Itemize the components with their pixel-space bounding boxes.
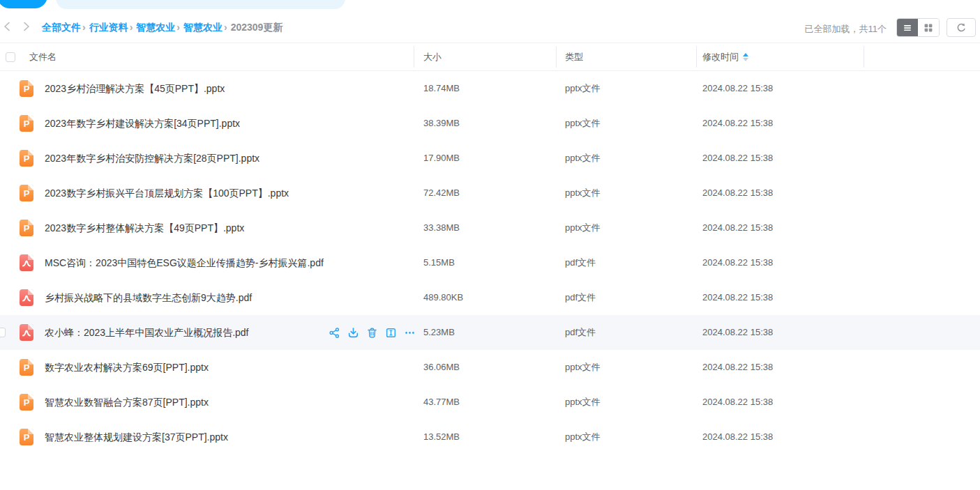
column-divider bbox=[414, 46, 414, 68]
file-name[interactable]: 2023年数字乡村治安防控解决方案[28页PPT].pptx bbox=[45, 141, 259, 176]
delete-button[interactable] bbox=[365, 326, 378, 339]
download-icon bbox=[347, 327, 359, 339]
load-status-text: 已全部加载，共11个 bbox=[805, 23, 887, 36]
column-header-size: 大小 bbox=[423, 43, 442, 70]
ppt-letter: P bbox=[24, 224, 30, 233]
download-button[interactable] bbox=[347, 326, 359, 339]
breadcrumb-item-current: 202309更新 bbox=[231, 22, 283, 33]
table-row[interactable]: P 2023年数字乡村治安防控解决方案[28页PPT].pptx bbox=[0, 141, 980, 176]
search-input[interactable] bbox=[56, 0, 345, 9]
file-name[interactable]: 2023数字乡村振兴平台顶层规划方案【100页PPT】.pptx bbox=[45, 176, 289, 210]
grid-view-button[interactable] bbox=[918, 19, 939, 36]
table-header: 文件名 大小 类型 修改时间 bbox=[0, 43, 980, 71]
pdf-glyph bbox=[21, 257, 32, 268]
pdf-file-icon: P bbox=[20, 324, 33, 341]
more-icon bbox=[404, 327, 416, 339]
breadcrumb-item[interactable]: 行业资料 bbox=[89, 22, 128, 33]
pdf-file-icon: P bbox=[20, 289, 33, 306]
select-all-checkbox[interactable] bbox=[6, 52, 15, 62]
column-divider bbox=[556, 46, 557, 68]
chevron-right-icon bbox=[20, 21, 31, 32]
breadcrumb-separator: › bbox=[224, 22, 227, 33]
file-name[interactable]: 2023年数字乡村建设解决方案[34页PPT].pptx bbox=[45, 106, 240, 141]
table-row[interactable]: P 2023年数字乡村建设解决方案[34页PPT].pptx bbox=[0, 106, 980, 141]
file-type: pptx文件 bbox=[565, 176, 601, 210]
grid-view-icon bbox=[923, 22, 934, 33]
table-row[interactable]: P 智慧农业数智融合方案87页[PPT].pptx bbox=[0, 385, 980, 420]
breadcrumb-separator: › bbox=[130, 22, 133, 33]
file-type: pptx文件 bbox=[565, 350, 601, 385]
ppt-letter: P bbox=[24, 119, 30, 128]
file-name[interactable]: 智慧农业整体规划建设方案[37页PPT].pptx bbox=[45, 420, 228, 454]
file-size: 38.39MB bbox=[423, 106, 460, 141]
back-button[interactable] bbox=[1, 20, 14, 35]
table-row[interactable]: P 数字农业农村解决方案69页[PPT].pptx bbox=[0, 350, 980, 385]
sort-descending-icon bbox=[743, 58, 748, 61]
file-name[interactable]: 2023数字乡村整体解决方案【49页PPT】.pptx bbox=[45, 210, 244, 245]
file-size: 17.90MB bbox=[423, 141, 460, 176]
file-type: pdf文件 bbox=[565, 245, 596, 280]
share-button[interactable] bbox=[328, 326, 340, 339]
table-row[interactable]: P 2023乡村治理解决方案【45页PPT】.pptx bbox=[0, 71, 980, 106]
pptx-file-icon: P bbox=[20, 429, 33, 445]
table-row[interactable]: P 农小蜂：2023上半年中国农业产业概况报告.pdf bbox=[0, 315, 980, 350]
more-button[interactable] bbox=[403, 326, 416, 339]
ppt-letter: P bbox=[24, 84, 30, 93]
table-row[interactable]: P 2023数字乡村振兴平台顶层规划方案【100页PPT】.pptx bbox=[0, 176, 980, 210]
file-modified: 2024.08.22 15:38 bbox=[702, 106, 773, 141]
rename-icon bbox=[385, 327, 397, 339]
file-name[interactable]: 农小蜂：2023上半年中国农业产业概况报告.pdf bbox=[45, 315, 249, 350]
file-size: 13.52MB bbox=[423, 420, 460, 454]
file-name[interactable]: 智慧农业数智融合方案87页[PPT].pptx bbox=[45, 385, 209, 420]
ppt-letter: P bbox=[24, 433, 30, 442]
file-type: pptx文件 bbox=[565, 141, 601, 176]
view-mode-toggle bbox=[896, 18, 940, 37]
file-type: pdf文件 bbox=[565, 280, 596, 315]
file-name[interactable]: MSC咨询：2023中国特色ESG议题企业传播趋势-乡村振兴篇.pdf bbox=[45, 245, 324, 280]
pptx-file-icon: P bbox=[20, 394, 33, 411]
toolbar: 全部文件›行业资料›智慧农业›智慧农业›202309更新 已全部加载，共11个 bbox=[0, 15, 980, 40]
breadcrumb-item[interactable]: 智慧农业 bbox=[183, 22, 223, 33]
file-name[interactable]: 乡村振兴战略下的县域数字生态创新9大趋势.pdf bbox=[45, 280, 252, 315]
file-modified: 2024.08.22 15:38 bbox=[702, 71, 773, 106]
file-name[interactable]: 2023乡村治理解决方案【45页PPT】.pptx bbox=[45, 71, 225, 106]
pptx-file-icon: P bbox=[20, 359, 33, 376]
breadcrumb: 全部文件›行业资料›智慧农业›智慧农业›202309更新 bbox=[42, 22, 282, 34]
breadcrumb-item[interactable]: 全部文件 bbox=[42, 22, 81, 33]
forward-button[interactable] bbox=[20, 20, 32, 35]
column-header-type: 类型 bbox=[565, 43, 583, 70]
file-name[interactable]: 数字农业农村解决方案69页[PPT].pptx bbox=[45, 350, 209, 385]
pptx-file-icon: P bbox=[20, 80, 33, 97]
file-type: pdf文件 bbox=[565, 315, 596, 350]
list-view-button[interactable] bbox=[897, 19, 918, 36]
file-size: 43.77MB bbox=[423, 385, 460, 420]
file-size: 36.06MB bbox=[423, 350, 460, 385]
share-icon bbox=[329, 327, 340, 339]
breadcrumb-separator: › bbox=[82, 22, 86, 33]
sort-caret-icon[interactable] bbox=[743, 53, 748, 61]
file-modified: 2024.08.22 15:38 bbox=[702, 420, 773, 454]
file-type: pptx文件 bbox=[565, 210, 601, 245]
refresh-button[interactable] bbox=[947, 18, 976, 37]
pdf-glyph bbox=[21, 292, 32, 303]
column-header-modified[interactable]: 修改时间 bbox=[702, 43, 748, 70]
upload-button[interactable] bbox=[0, 0, 47, 8]
file-modified: 2024.08.22 15:38 bbox=[702, 315, 773, 350]
file-size: 5.15MB bbox=[423, 245, 455, 280]
file-modified: 2024.08.22 15:38 bbox=[702, 350, 773, 385]
table-row[interactable]: P 智慧农业整体规划建设方案[37页PPT].pptx bbox=[0, 420, 980, 454]
table-row[interactable]: P 乡村振兴战略下的县域数字生态创新9大趋势.pdf bbox=[0, 280, 980, 315]
file-modified: 2024.08.22 15:38 bbox=[702, 280, 773, 315]
breadcrumb-item[interactable]: 智慧农业 bbox=[136, 22, 175, 33]
rename-button[interactable] bbox=[384, 326, 397, 339]
table-row[interactable]: P MSC咨询：2023中国特色ESG议题企业传播趋势-乡村振兴篇.pdf bbox=[0, 245, 980, 280]
file-size: 33.38MB bbox=[423, 210, 460, 245]
row-checkbox[interactable] bbox=[0, 328, 6, 337]
table-row[interactable]: P 2023数字乡村整体解决方案【49页PPT】.pptx bbox=[0, 210, 980, 245]
file-modified: 2024.08.22 15:38 bbox=[702, 176, 773, 210]
chevron-left-icon bbox=[2, 21, 13, 32]
file-size: 18.74MB bbox=[423, 71, 460, 106]
ppt-letter: P bbox=[24, 398, 30, 407]
list-view-icon bbox=[902, 22, 913, 33]
sort-ascending-icon bbox=[743, 53, 748, 56]
